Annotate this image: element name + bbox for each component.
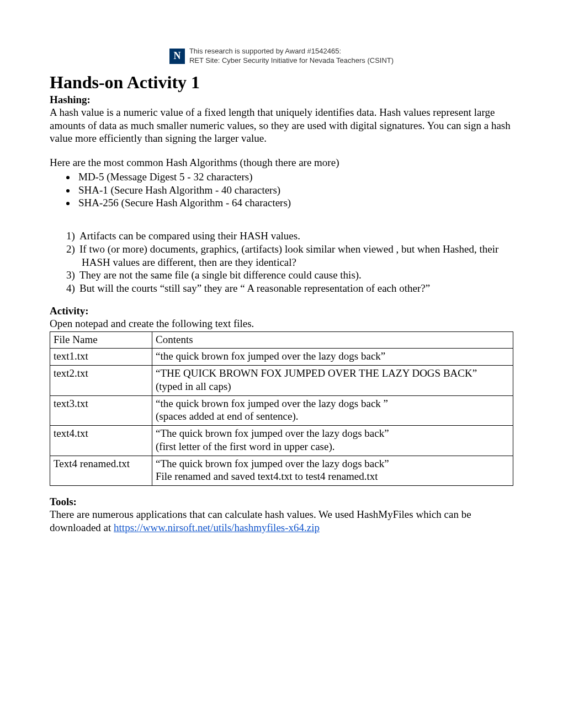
cell-contents: “the quick brown fox jumped over the laz… [152,395,513,426]
activity-heading: Activity: [50,305,513,317]
banner-line-1: This research is supported by Award #154… [189,47,394,56]
notes-list: Artifacts can be compared using their HA… [66,229,513,295]
cell-contents: “THE QUICK BROWN FOX JUMPED OVER THE LAZ… [152,366,513,396]
col-header-contents: Contents [152,331,513,349]
hashing-heading: Hashing: [50,94,513,106]
list-item: But will the courts “still say” they are… [66,282,513,295]
cell-contents: “the quick brown fox jumped over the laz… [152,349,513,366]
cell-filename: text1.txt [50,349,152,366]
list-item: SHA-1 (Secure Hash Algorithm - 40 charac… [76,184,513,197]
table-row: text3.txt “the quick brown fox jumped ov… [50,395,513,426]
hashing-paragraph: A hash value is a numeric value of a fix… [50,106,513,145]
list-item: MD-5 (Message Digest 5 - 32 characters) [76,170,513,184]
tools-heading: Tools: [50,496,513,508]
algos-list: MD-5 (Message Digest 5 - 32 characters) … [76,170,513,210]
table-header-row: File Name Contents [50,331,513,349]
cell-contents: “The quick brown fox jumped over the laz… [152,456,513,486]
algos-intro: Here are the most common Hash Algorithms… [50,156,513,169]
university-logo-icon: N [169,49,185,64]
cell-filename: text3.txt [50,395,152,426]
banner-text: This research is supported by Award #154… [189,47,394,66]
cell-filename: text2.txt [50,366,152,396]
files-table: File Name Contents text1.txt “the quick … [50,331,513,486]
table-row: Text4 renamed.txt “The quick brown fox j… [50,456,513,486]
list-item: SHA-256 (Secure Hash Algorithm - 64 char… [76,196,513,210]
list-item: They are not the same file (a single bit… [66,269,513,282]
table-row: text1.txt “the quick brown fox jumped ov… [50,349,513,366]
download-link[interactable]: https://www.nirsoft.net/utils/hashmyfile… [114,522,320,533]
list-item: Artifacts can be compared using their HA… [66,229,513,243]
activity-intro: Open notepad and create the following te… [50,317,513,330]
header-banner: N This research is supported by Award #1… [50,47,513,66]
table-row: text2.txt “THE QUICK BROWN FOX JUMPED OV… [50,366,513,396]
col-header-filename: File Name [50,331,152,349]
banner-line-2: RET Site: Cyber Security Initiative for … [189,56,394,66]
cell-filename: text4.txt [50,426,152,456]
list-item: If two (or more) documents, graphics, (a… [66,243,513,269]
tools-paragraph: There are numerous applications that can… [50,508,513,534]
page-title: Hands-on Activity 1 [50,72,513,93]
cell-contents: “The quick brown fox jumped over the laz… [152,426,513,456]
table-row: text4.txt “The quick brown fox jumped ov… [50,426,513,456]
cell-filename: Text4 renamed.txt [50,456,152,486]
